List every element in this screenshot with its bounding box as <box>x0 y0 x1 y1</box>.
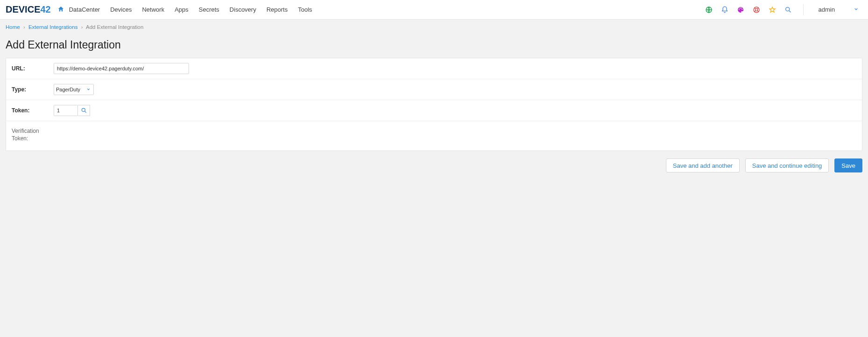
breadcrumb-separator: › <box>23 24 25 30</box>
url-label: URL: <box>12 65 54 72</box>
form-actions: Save and add another Save and continue e… <box>0 151 868 180</box>
nav-item-datacenter[interactable]: DataCenter <box>69 6 100 13</box>
user-menu[interactable]: admin <box>815 6 862 13</box>
svg-point-3 <box>785 7 789 11</box>
help-icon[interactable] <box>753 6 760 14</box>
form-row-verification: Verification Token: <box>6 121 862 151</box>
user-name: admin <box>819 6 835 13</box>
separator <box>803 4 804 15</box>
brand-suffix: 42 <box>40 4 50 15</box>
breadcrumb-current: Add External Integration <box>86 24 143 30</box>
form-card: URL: Type: PagerDuty Token: Verification… <box>6 58 862 151</box>
verification-label: Verification Token: <box>12 128 54 142</box>
token-lookup-button[interactable] <box>78 105 90 116</box>
form-row-token: Token: <box>6 100 862 121</box>
token-input[interactable] <box>54 105 78 116</box>
save-button[interactable]: Save <box>834 158 862 172</box>
home-icon[interactable] <box>57 6 64 14</box>
nav-item-apps[interactable]: Apps <box>175 6 189 13</box>
brand-e: E <box>34 4 40 15</box>
type-label: Type: <box>12 86 54 93</box>
breadcrumb-home[interactable]: Home <box>6 24 20 30</box>
nav-item-secrets[interactable]: Secrets <box>199 6 219 13</box>
nav-menu: DataCenter Devices Network Apps Secrets … <box>69 6 312 13</box>
theme-icon[interactable] <box>737 6 744 14</box>
svg-point-2 <box>755 8 757 11</box>
nav-item-discovery[interactable]: Discovery <box>230 6 256 13</box>
nav-item-tools[interactable]: Tools <box>298 6 312 13</box>
breadcrumb-parent[interactable]: External Integrations <box>28 24 77 30</box>
brand-prefix: DEVIC <box>6 4 34 15</box>
page-title: Add External Integration <box>0 35 868 58</box>
nav-item-devices[interactable]: Devices <box>110 6 132 13</box>
url-input[interactable] <box>54 63 189 74</box>
type-select-wrap: PagerDuty <box>54 84 91 95</box>
top-navbar: DEVICE42 DataCenter Devices Network Apps… <box>0 0 868 20</box>
favorites-icon[interactable] <box>769 6 776 14</box>
form-row-url: URL: <box>6 58 862 79</box>
search-icon[interactable] <box>784 6 792 14</box>
topbar-right: admin <box>705 4 862 15</box>
language-icon[interactable] <box>705 6 713 14</box>
breadcrumb: Home › External Integrations › Add Exter… <box>0 20 868 35</box>
notifications-icon[interactable] <box>721 6 728 14</box>
brand-logo[interactable]: DEVICE42 <box>6 4 51 15</box>
save-add-another-button[interactable]: Save and add another <box>666 158 740 172</box>
form-row-type: Type: PagerDuty <box>6 79 862 100</box>
breadcrumb-separator: › <box>81 24 83 30</box>
nav-item-reports[interactable]: Reports <box>266 6 288 13</box>
nav-item-network[interactable]: Network <box>142 6 164 13</box>
chevron-down-icon <box>854 7 859 13</box>
token-label: Token: <box>12 107 54 114</box>
type-select[interactable]: PagerDuty <box>54 84 94 95</box>
save-continue-button[interactable]: Save and continue editing <box>745 158 829 172</box>
svg-point-4 <box>82 108 85 111</box>
